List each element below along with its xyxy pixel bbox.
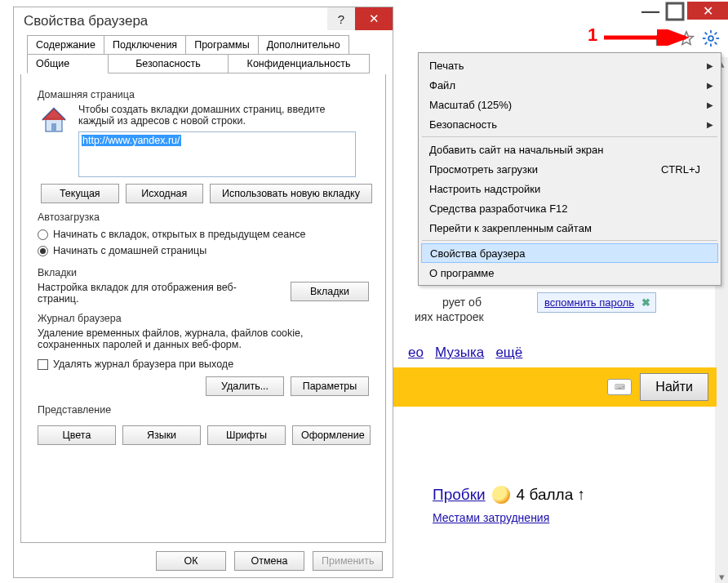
section-tabs: Вкладки Настройка вкладок для отображени… bbox=[34, 267, 372, 305]
tab-general[interactable]: Общие bbox=[27, 54, 109, 73]
tabs-settings-button[interactable]: Вкладки bbox=[291, 282, 369, 301]
chevron-right-icon: ▶ bbox=[707, 81, 713, 90]
chevron-right-icon: ▶ bbox=[707, 120, 713, 129]
svg-line-6 bbox=[705, 33, 708, 35]
section-appearance: Представление Цвета Языки Шрифты Оформле… bbox=[34, 404, 372, 445]
menu-item-about[interactable]: О программе bbox=[421, 263, 718, 283]
section-startup: Автозагрузка Начинать с вкладок, открыты… bbox=[34, 211, 372, 259]
chevron-right-icon: ▶ bbox=[707, 100, 713, 109]
traffic-link[interactable]: Пробки bbox=[433, 486, 486, 504]
history-description: Удаление временных файлов, журнала, файл… bbox=[38, 327, 348, 350]
svg-rect-0 bbox=[667, 3, 683, 20]
menu-separator bbox=[422, 240, 717, 241]
traffic-widget: Пробки 4 балла ↑ bbox=[433, 486, 585, 504]
dialog-help-button[interactable]: ? bbox=[327, 7, 355, 30]
annotation-1: 1 bbox=[588, 24, 597, 46]
bg-maximize-button[interactable] bbox=[663, 2, 687, 21]
section-history: Журнал браузера Удаление временных файло… bbox=[34, 313, 372, 396]
tab-connections[interactable]: Подключения bbox=[104, 35, 186, 55]
bg-close-button[interactable]: ✕ bbox=[687, 2, 728, 20]
nav-more-link[interactable]: ещё bbox=[495, 345, 522, 360]
use-default-button[interactable]: Исходная bbox=[126, 184, 204, 203]
tab-programs[interactable]: Программы bbox=[185, 35, 259, 55]
search-bar: ⌨ Найти bbox=[390, 367, 717, 407]
history-settings-button[interactable]: Параметры bbox=[291, 376, 369, 396]
section-legend: Журнал браузера bbox=[34, 313, 125, 324]
section-legend: Представление bbox=[34, 404, 114, 416]
use-current-button[interactable]: Текущая bbox=[41, 184, 119, 203]
languages-button[interactable]: Языки bbox=[122, 425, 201, 445]
remember-password-bar[interactable]: вспомнить пароль ✖ bbox=[537, 292, 656, 313]
radio-start-home[interactable]: Начинать с домашней страницы bbox=[38, 243, 372, 259]
tab-privacy[interactable]: Конфиденциальность bbox=[228, 54, 370, 73]
menu-item-security[interactable]: Безопасность▶ bbox=[421, 114, 718, 134]
menu-item-addons[interactable]: Настроить надстройки bbox=[421, 179, 718, 198]
remember-password-link[interactable]: вспомнить пароль bbox=[544, 296, 634, 309]
menu-item-print[interactable]: Печать▶ bbox=[421, 56, 718, 75]
radio-start-prev[interactable]: Начинать с вкладок, открытых в предыдуще… bbox=[38, 226, 372, 243]
ok-button[interactable]: ОК bbox=[156, 551, 226, 571]
annotation-arrow-1 bbox=[604, 29, 694, 46]
delete-history-button[interactable]: Удалить... bbox=[206, 376, 284, 396]
bg-text: иях настроек bbox=[415, 310, 484, 323]
homepage-url-value: http://www.yandex.ru/ bbox=[82, 135, 181, 146]
accessibility-button[interactable]: Оформление bbox=[292, 425, 371, 445]
svg-line-9 bbox=[715, 33, 717, 35]
tools-menu: Печать▶ Файл▶ Масштаб (125%)▶ Безопаснос… bbox=[418, 52, 721, 286]
menu-item-downloads[interactable]: Просмотреть загрузкиCTRL+J bbox=[421, 159, 718, 179]
delete-on-exit-checkbox[interactable]: Удалять журнал браузера при выходе bbox=[38, 358, 233, 370]
svg-line-7 bbox=[715, 42, 717, 45]
menu-item-file[interactable]: Файл▶ bbox=[421, 75, 718, 95]
dialog-close-button[interactable]: ✕ bbox=[355, 7, 393, 30]
tabs-description: Настройка вкладок для отображения веб-ст… bbox=[38, 282, 266, 305]
traffic-sub-link[interactable]: Местами затруднения bbox=[433, 511, 549, 524]
dialog-title: Свойства браузера bbox=[24, 13, 148, 29]
nav-video-link[interactable]: ео bbox=[408, 345, 424, 360]
section-legend: Автозагрузка bbox=[34, 211, 103, 223]
menu-item-zoom[interactable]: Масштаб (125%)▶ bbox=[421, 95, 718, 114]
tab-security[interactable]: Безопасность bbox=[108, 54, 229, 73]
bg-text: рует об bbox=[442, 296, 482, 309]
section-legend: Вкладки bbox=[34, 267, 80, 278]
svg-point-1 bbox=[708, 36, 713, 41]
cancel-button[interactable]: Отмена bbox=[234, 551, 304, 571]
bg-minimize-button[interactable]: — bbox=[638, 2, 663, 21]
section-homepage: Домашняя страница Чтобы создать вкладки … bbox=[34, 89, 372, 203]
home-icon bbox=[38, 104, 70, 136]
colors-button[interactable]: Цвета bbox=[38, 425, 116, 445]
section-legend: Домашняя страница bbox=[34, 89, 138, 100]
use-newtab-button[interactable]: Использовать новую вкладку bbox=[210, 184, 372, 203]
keyboard-icon[interactable]: ⌨ bbox=[607, 379, 632, 395]
svg-line-8 bbox=[705, 42, 708, 45]
internet-options-dialog: Свойства браузера ? ✕ Содержание Подключ… bbox=[13, 7, 393, 578]
menu-item-devtools[interactable]: Средства разработчика F12 bbox=[421, 198, 718, 218]
search-button[interactable]: Найти bbox=[640, 373, 708, 401]
sun-icon bbox=[492, 486, 510, 504]
dialog-titlebar: Свойства браузера ? ✕ bbox=[14, 7, 393, 35]
apply-button[interactable]: Применить bbox=[313, 551, 383, 571]
nav-music-link[interactable]: Музыка bbox=[435, 345, 484, 360]
menu-item-pinned-sites[interactable]: Перейти к закрепленным сайтам bbox=[421, 218, 718, 238]
dialog-footer: ОК Отмена Применить bbox=[156, 551, 383, 571]
gear-icon[interactable] bbox=[702, 29, 720, 47]
svg-rect-14 bbox=[51, 123, 56, 131]
chevron-right-icon: ▶ bbox=[707, 61, 713, 70]
tab-content[interactable]: Содержание bbox=[27, 35, 104, 55]
menu-separator bbox=[422, 136, 717, 137]
scroll-down-icon[interactable]: ▾ bbox=[715, 570, 728, 583]
menu-item-add-to-start[interactable]: Добавить сайт на начальный экран bbox=[421, 140, 718, 159]
dialog-tabs: Содержание Подключения Программы Дополни… bbox=[20, 35, 386, 74]
homepage-url-input[interactable]: http://www.yandex.ru/ bbox=[78, 131, 356, 177]
menu-shortcut: CTRL+J bbox=[661, 163, 700, 176]
traffic-value: 4 балла ↑ bbox=[517, 486, 585, 504]
tab-advanced[interactable]: Дополнительно bbox=[258, 35, 349, 55]
homepage-description: Чтобы создать вкладки домашних страниц, … bbox=[78, 104, 348, 127]
menu-item-internet-options[interactable]: Свойства браузера bbox=[421, 243, 718, 263]
close-icon[interactable]: ✖ bbox=[641, 296, 650, 309]
fonts-button[interactable]: Шрифты bbox=[207, 425, 286, 445]
